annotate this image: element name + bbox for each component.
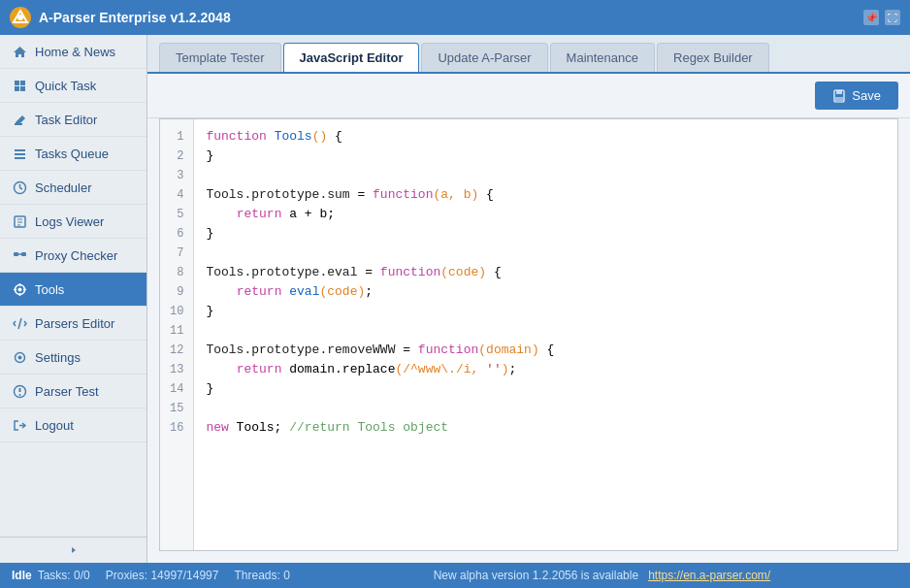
status-proxies: Proxies: 14997/14997 xyxy=(106,569,219,582)
content-area: Template Tester JavaScript Editor Update… xyxy=(147,35,910,563)
quick-task-icon xyxy=(12,78,27,93)
sidebar-item-parser-test[interactable]: Parser Test xyxy=(0,375,146,408)
line-num-8: 8 xyxy=(164,263,189,282)
svg-point-33 xyxy=(18,394,20,396)
line-num-3: 3 xyxy=(164,166,189,185)
line-num-10: 10 xyxy=(164,302,189,321)
scheduler-icon xyxy=(12,180,27,195)
app-title: A-Parser Enterprise v1.2.2048 xyxy=(39,10,856,25)
sidebar-label-parsers-editor: Parsers Editor xyxy=(35,316,114,331)
status-update-msg: New alpha version 1.2.2056 is available xyxy=(434,569,638,582)
sidebar-label-quick-task: Quick Task xyxy=(35,79,96,93)
sidebar-label-settings: Settings xyxy=(35,350,81,365)
tab-maintenance[interactable]: Maintenance xyxy=(550,43,655,72)
sidebar-collapse-button[interactable] xyxy=(0,537,146,563)
svg-marker-2 xyxy=(14,47,26,57)
svg-rect-4 xyxy=(20,81,25,85)
sidebar-item-logout[interactable]: Logout xyxy=(0,408,146,442)
svg-rect-20 xyxy=(21,252,26,256)
logout-icon xyxy=(12,417,27,433)
code-editor[interactable]: 1 2 3 4 5 6 7 8 9 10 11 12 13 14 15 16 f… xyxy=(159,118,898,551)
tools-icon xyxy=(12,281,27,297)
sidebar-item-quick-task[interactable]: Quick Task xyxy=(0,69,146,103)
sidebar-label-tasks-queue: Tasks Queue xyxy=(35,147,109,161)
line-num-16: 16 xyxy=(164,418,189,438)
line-num-9: 9 xyxy=(164,282,189,302)
pin-button[interactable]: 📌 xyxy=(863,10,879,25)
svg-rect-11 xyxy=(15,157,25,159)
parser-test-icon xyxy=(12,383,27,399)
sidebar-label-parser-test: Parser Test xyxy=(35,384,99,399)
line-num-7: 7 xyxy=(164,244,189,263)
svg-line-14 xyxy=(19,187,22,189)
title-bar: A-Parser Enterprise v1.2.2048 📌 ⛶ xyxy=(0,0,910,35)
svg-rect-10 xyxy=(15,153,25,155)
svg-point-30 xyxy=(17,355,21,359)
line-num-13: 13 xyxy=(164,360,189,379)
save-label: Save xyxy=(852,88,881,103)
svg-rect-3 xyxy=(15,81,19,85)
line-num-4: 4 xyxy=(164,185,189,205)
svg-rect-6 xyxy=(20,86,25,91)
svg-rect-5 xyxy=(15,86,19,91)
svg-rect-38 xyxy=(835,97,843,101)
sidebar-label-tools: Tools xyxy=(35,282,64,297)
sidebar-item-parsers-editor[interactable]: Parsers Editor xyxy=(0,307,146,341)
toolbar: Save xyxy=(147,74,910,118)
line-num-5: 5 xyxy=(164,205,189,224)
sidebar-label-task-editor: Task Editor xyxy=(35,113,97,127)
sidebar-label-logout: Logout xyxy=(35,418,74,433)
svg-point-23 xyxy=(17,287,21,291)
svg-point-1 xyxy=(17,15,23,20)
sidebar-item-settings[interactable]: Settings xyxy=(0,341,146,375)
window-controls: 📌 ⛶ xyxy=(863,10,900,25)
sidebar-item-task-editor[interactable]: Task Editor xyxy=(0,103,146,137)
line-num-15: 15 xyxy=(164,399,189,418)
sidebar-item-home[interactable]: Home & News xyxy=(0,35,146,69)
svg-rect-9 xyxy=(15,149,25,151)
status-message: New alpha version 1.2.2056 is available … xyxy=(306,569,898,582)
sidebar-label-scheduler: Scheduler xyxy=(35,180,92,195)
status-threads: Threads: 0 xyxy=(234,569,289,582)
sidebar-item-tools[interactable]: Tools xyxy=(0,273,146,307)
line-num-6: 6 xyxy=(164,224,189,244)
line-num-2: 2 xyxy=(164,147,189,166)
status-link[interactable]: https://en.a-parser.com/ xyxy=(648,569,770,582)
sidebar-item-proxy-checker[interactable]: Proxy Checker xyxy=(0,239,146,273)
tab-regex-builder[interactable]: Regex Builder xyxy=(657,43,769,72)
home-icon xyxy=(12,44,27,59)
line-numbers: 1 2 3 4 5 6 7 8 9 10 11 12 13 14 15 16 xyxy=(160,119,194,550)
status-tasks: Tasks: 0/0 xyxy=(38,569,90,582)
line-num-1: 1 xyxy=(164,127,189,147)
tab-update-a-parser[interactable]: Update A-Parser xyxy=(421,43,547,72)
task-editor-icon xyxy=(12,112,27,127)
proxy-checker-icon xyxy=(12,247,27,263)
maximize-button[interactable]: ⛶ xyxy=(885,10,900,25)
code-content[interactable]: function Tools() { } Tools.prototype.sum… xyxy=(194,119,897,550)
line-num-12: 12 xyxy=(164,341,189,360)
sidebar-label-proxy-checker: Proxy Checker xyxy=(35,248,117,263)
app-logo xyxy=(10,7,31,28)
sidebar-label-logs-viewer: Logs Viewer xyxy=(35,214,104,229)
line-num-11: 11 xyxy=(164,321,189,341)
line-num-14: 14 xyxy=(164,379,189,399)
sidebar-item-tasks-queue[interactable]: Tasks Queue xyxy=(0,137,146,171)
tab-bar: Template Tester JavaScript Editor Update… xyxy=(147,35,910,74)
svg-marker-35 xyxy=(72,547,76,553)
svg-rect-19 xyxy=(14,252,18,256)
tasks-queue-icon xyxy=(12,146,27,161)
status-idle: Idle xyxy=(12,569,32,582)
status-bar: Idle Tasks: 0/0 Proxies: 14997/14997 Thr… xyxy=(0,563,910,588)
main-layout: Home & News Quick Task Task Editor Tasks… xyxy=(0,35,910,563)
tab-template-tester[interactable]: Template Tester xyxy=(159,43,281,72)
parsers-editor-icon xyxy=(12,315,27,331)
tab-javascript-editor[interactable]: JavaScript Editor xyxy=(283,43,420,72)
sidebar-item-scheduler[interactable]: Scheduler xyxy=(0,171,146,205)
sidebar-item-logs-viewer[interactable]: Logs Viewer xyxy=(0,205,146,239)
settings-icon xyxy=(12,349,27,365)
logs-viewer-icon xyxy=(12,213,27,229)
sidebar: Home & News Quick Task Task Editor Tasks… xyxy=(0,35,147,563)
svg-rect-37 xyxy=(836,90,842,94)
sidebar-label-home: Home & News xyxy=(35,45,115,59)
save-button[interactable]: Save xyxy=(815,82,898,110)
